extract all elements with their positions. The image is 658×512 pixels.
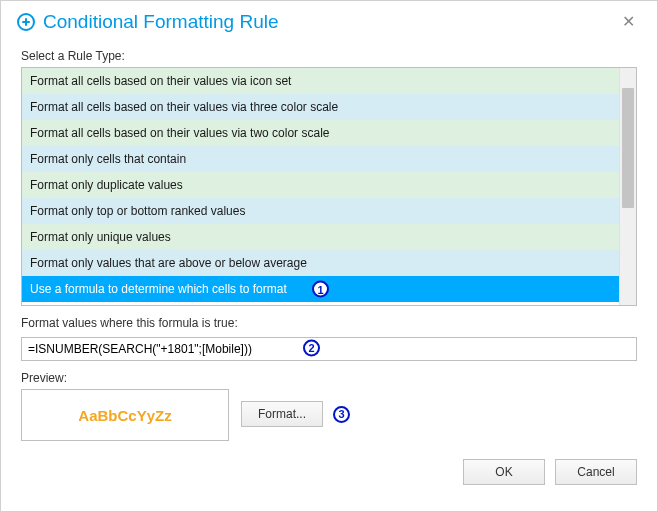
- formula-input[interactable]: [21, 337, 637, 361]
- rule-type-option[interactable]: Format only top or bottom ranked values: [22, 198, 619, 224]
- rule-type-listbox[interactable]: Format all cells based on their values v…: [21, 67, 637, 306]
- rule-type-label: Select a Rule Type:: [21, 49, 637, 63]
- preview-label: Preview:: [21, 371, 637, 385]
- scrollbar-thumb[interactable]: [622, 88, 634, 208]
- rule-type-option[interactable]: Format only values that are above or bel…: [22, 250, 619, 276]
- formula-label: Format values where this formula is true…: [21, 316, 637, 330]
- rule-type-option[interactable]: Format only cells that contain: [22, 146, 619, 172]
- preview-box: AaBbCcYyZz: [21, 389, 229, 441]
- ok-button[interactable]: OK: [463, 459, 545, 485]
- rule-type-option[interactable]: Format only duplicate values: [22, 172, 619, 198]
- dialog-title: Conditional Formatting Rule: [43, 11, 279, 33]
- callout-marker-3: 3: [333, 406, 350, 423]
- scrollbar[interactable]: [619, 68, 636, 305]
- rule-type-option-selected[interactable]: Use a formula to determine which cells t…: [22, 276, 619, 302]
- rule-type-option[interactable]: Format only unique values: [22, 224, 619, 250]
- rule-type-option[interactable]: Format all cells based on their values v…: [22, 120, 619, 146]
- format-button[interactable]: Format...: [241, 401, 323, 427]
- rule-type-option[interactable]: Format all cells based on their values v…: [22, 68, 619, 94]
- close-icon[interactable]: ✕: [616, 12, 641, 32]
- rule-type-option[interactable]: Format all cells based on their values v…: [22, 94, 619, 120]
- callout-marker-1: 1: [312, 281, 329, 298]
- callout-marker-2: 2: [303, 339, 320, 356]
- cancel-button[interactable]: Cancel: [555, 459, 637, 485]
- app-icon: [17, 13, 35, 31]
